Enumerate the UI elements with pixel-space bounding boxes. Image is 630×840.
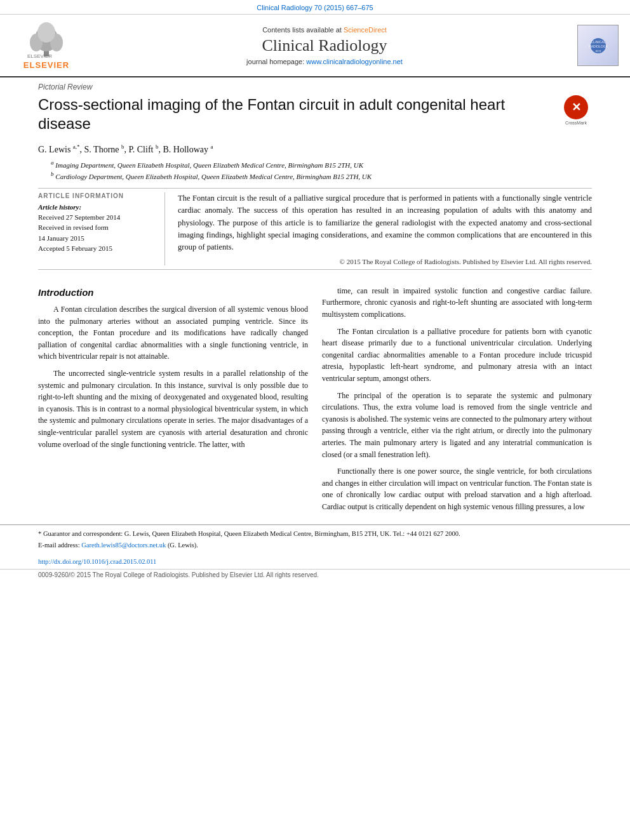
affiliation-b: b Cardiology Department, Queen Elizabeth… (51, 170, 592, 182)
footnotes-area: * Guarantor and correspondent: G. Lewis,… (0, 524, 630, 556)
svg-text:ELSEVIER: ELSEVIER (27, 53, 52, 59)
journal-citation: Clinical Radiology 70 (2015) 667–675 (257, 4, 373, 11)
journal-available: Contents lists available at ScienceDirec… (88, 26, 561, 34)
journal-center: Contents lists available at ScienceDirec… (81, 26, 568, 65)
authors-line: G. Lewis a,*, S. Thorne b, P. Clift b, B… (0, 142, 630, 156)
svg-point-4 (37, 22, 55, 43)
guarantor-note: * Guarantor and correspondent: G. Lewis,… (38, 529, 592, 538)
bottom-bar: 0009-9260/© 2015 The Royal College of Ra… (0, 569, 630, 580)
email-label: E-mail address: (38, 542, 80, 549)
journal-homepage: journal homepage: www.clinicalradiologyo… (88, 58, 561, 65)
revised-label: Received in revised form (38, 223, 158, 232)
abstract-text: The Fontan circuit is the result of a pa… (178, 192, 592, 254)
doi-text[interactable]: http://dx.doi.org/10.1016/j.crad.2015.02… (38, 558, 156, 565)
body-col-right: time, can result in impaired systolic fu… (322, 285, 592, 518)
elsevier-logo: ELSEVIER ELSEVIER (11, 21, 81, 70)
svg-text:CLINICAL: CLINICAL (591, 40, 605, 44)
affiliations: a Imaging Department, Queen Elizabeth Ho… (0, 156, 630, 184)
doi-line: http://dx.doi.org/10.1016/j.crad.2015.02… (0, 556, 630, 566)
svg-text:RADIOLOGY: RADIOLOGY (589, 44, 608, 48)
affiliation-a: a Imaging Department, Queen Elizabeth Ho… (51, 159, 592, 170)
intro-p6: Functionally there is one power source, … (322, 465, 592, 512)
journal-logo-box: CLINICAL RADIOLOGY RCR (577, 25, 619, 66)
radiology-logo-icon: CLINICAL RADIOLOGY RCR (586, 36, 611, 55)
bottom-bar-text: 0009-9260/© 2015 The Royal College of Ra… (38, 571, 319, 578)
crossmark-badge: ✕ (564, 95, 588, 119)
article-info-abstract: ARTICLE INFORMATION Article history: Rec… (0, 192, 630, 265)
article-title-text: Cross-sectional imaging of the Fontan ci… (38, 95, 554, 138)
intro-p3: time, can result in impaired systolic fu… (322, 285, 592, 321)
abstract-col: The Fontan circuit is the result of a pa… (178, 192, 592, 265)
intro-p2: The uncorrected single-ventricle system … (38, 368, 308, 450)
sciencedirect-link[interactable]: ScienceDirect (344, 26, 387, 34)
email-after: (G. Lewis). (168, 542, 198, 549)
article-history-label: Article history: (38, 203, 158, 211)
intro-p1: A Fontan circulation describes the surgi… (38, 303, 308, 363)
intro-p4: The Fontan circulation is a palliative p… (322, 326, 592, 385)
received-date: Received 27 September 2014 (38, 213, 158, 222)
two-col-body: Introduction A Fontan circulation descri… (38, 285, 592, 518)
journal-header: ELSEVIER ELSEVIER Contents lists availab… (0, 15, 630, 77)
svg-text:RCR: RCR (595, 50, 601, 53)
intro-p5: The principal of the operation is to sep… (322, 390, 592, 461)
copyright-line: © 2015 The Royal College of Radiologists… (178, 258, 592, 265)
journal-top-bar: Clinical Radiology 70 (2015) 667–675 (0, 0, 630, 15)
divider-1 (38, 188, 592, 189)
crossmark-label: CrossMark (565, 121, 587, 125)
body-area: Introduction A Fontan circulation descri… (0, 274, 630, 518)
article-title: Cross-sectional imaging of the Fontan ci… (38, 95, 554, 133)
accepted-date: Accepted 5 February 2015 (38, 244, 158, 253)
journal-name: Clinical Radiology (88, 36, 561, 55)
email-link[interactable]: Gareth.lewis85@doctors.net.uk (81, 542, 166, 549)
article-type: Pictorial Review (0, 77, 630, 91)
article-info-heading: ARTICLE INFORMATION (38, 192, 158, 199)
homepage-url[interactable]: www.clinicalradiologyonline.net (306, 58, 403, 65)
journal-logo-right: CLINICAL RADIOLOGY RCR (568, 25, 619, 66)
body-col-left: Introduction A Fontan circulation descri… (38, 285, 308, 518)
email-note: E-mail address: Gareth.lewis85@doctors.n… (38, 540, 592, 550)
article-info-col: ARTICLE INFORMATION Article history: Rec… (38, 192, 165, 265)
elsevier-text: ELSEVIER (23, 60, 69, 70)
article-title-area: Cross-sectional imaging of the Fontan ci… (0, 91, 630, 142)
crossmark: ✕ CrossMark (560, 95, 592, 125)
revised-date: 14 January 2015 (38, 234, 158, 243)
introduction-title: Introduction (38, 285, 308, 300)
divider-2 (38, 269, 592, 270)
elsevier-tree-icon: ELSEVIER (21, 21, 72, 59)
